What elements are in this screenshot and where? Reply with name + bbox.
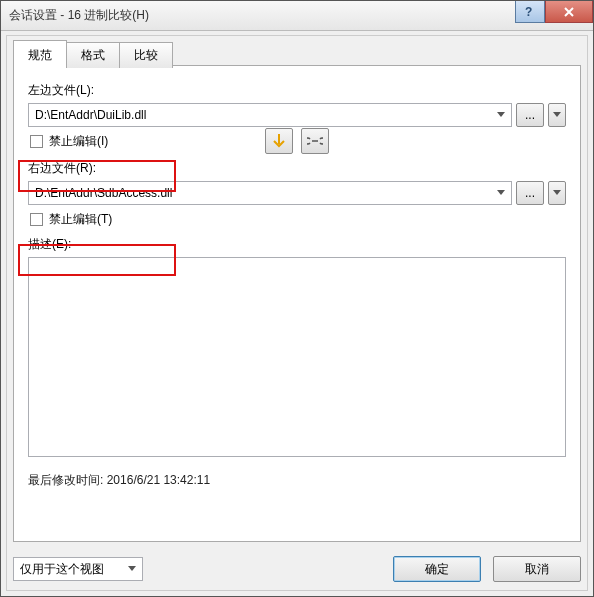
- help-button[interactable]: ?: [515, 1, 545, 23]
- tab-page-spec: 左边文件(L): D:\EntAddr\DuiLib.dll ... 禁止编辑(…: [13, 65, 581, 542]
- description-label: 描述(E):: [28, 236, 566, 253]
- chevron-down-icon: [553, 190, 561, 196]
- view-scope-combo[interactable]: 仅用于这个视图: [13, 557, 143, 581]
- ok-button[interactable]: 确定: [393, 556, 481, 582]
- svg-text:?: ?: [525, 6, 532, 18]
- left-browse-button[interactable]: ...: [516, 103, 544, 127]
- right-file-label: 右边文件(R):: [28, 160, 566, 177]
- left-file-value: D:\EntAddr\DuiLib.dll: [35, 108, 146, 122]
- link-button[interactable]: [301, 128, 329, 154]
- left-file-combo[interactable]: D:\EntAddr\DuiLib.dll: [28, 103, 512, 127]
- tab-strip: 规范 格式 比较: [13, 42, 587, 68]
- chevron-down-icon: [124, 560, 140, 578]
- right-dropdown-button[interactable]: [548, 181, 566, 205]
- right-readonly-checkbox[interactable]: [30, 213, 43, 226]
- chevron-down-icon: [553, 112, 561, 118]
- dialog-footer: 仅用于这个视图 确定 取消: [13, 556, 581, 582]
- tab-spec[interactable]: 规范: [13, 40, 67, 68]
- left-readonly-label: 禁止编辑(I): [49, 133, 108, 150]
- dialog-body: 规范 格式 比较 左边文件(L): D:\EntAddr\DuiLib.dll …: [6, 35, 588, 591]
- dropdown-arrow-icon: [493, 106, 509, 124]
- dialog-window: 会话设置 - 16 进制比较(H) ? 规范 格式 比较 左边文件(L): D:…: [0, 0, 594, 597]
- dropdown-arrow-icon: [493, 184, 509, 202]
- swap-button[interactable]: [265, 128, 293, 154]
- description-textarea[interactable]: [28, 257, 566, 457]
- cancel-button[interactable]: 取消: [493, 556, 581, 582]
- last-modified: 最后修改时间: 2016/6/21 13:42:11: [28, 472, 566, 489]
- arrow-down-icon: [272, 133, 286, 149]
- link-icon: [307, 135, 323, 147]
- window-title: 会话设置 - 16 进制比较(H): [9, 7, 149, 24]
- left-dropdown-button[interactable]: [548, 103, 566, 127]
- right-browse-button[interactable]: ...: [516, 181, 544, 205]
- right-readonly-label: 禁止编辑(T): [49, 211, 112, 228]
- tab-compare[interactable]: 比较: [119, 42, 173, 68]
- tab-format[interactable]: 格式: [66, 42, 120, 68]
- close-button[interactable]: [545, 1, 593, 23]
- left-readonly-checkbox[interactable]: [30, 135, 43, 148]
- titlebar: 会话设置 - 16 进制比较(H) ?: [1, 1, 593, 31]
- right-file-value: D:\EntAddr\SdbAccess.dll: [35, 186, 172, 200]
- left-file-label: 左边文件(L):: [28, 82, 566, 99]
- right-file-combo[interactable]: D:\EntAddr\SdbAccess.dll: [28, 181, 512, 205]
